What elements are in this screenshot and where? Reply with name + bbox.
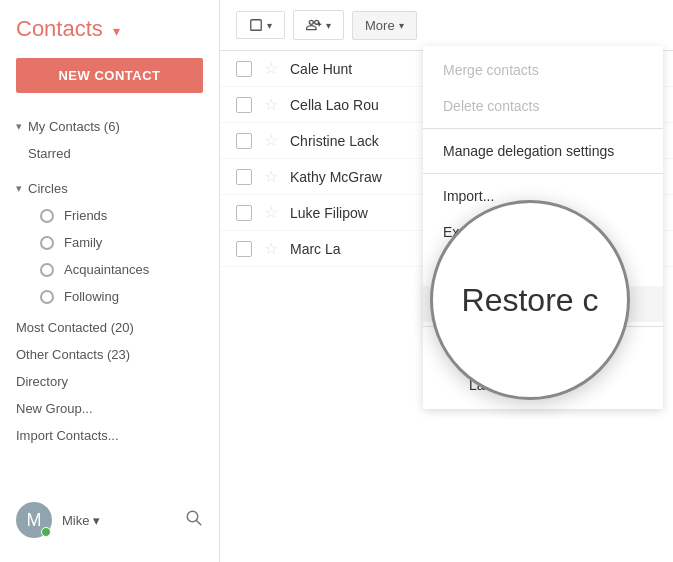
contact-checkbox-0[interactable] — [236, 61, 252, 77]
checkbox-dropdown-arrow: ▾ — [267, 20, 272, 31]
sidebar-item-starred[interactable]: Starred — [0, 140, 219, 167]
sidebar-item-friends[interactable]: Friends — [0, 202, 219, 229]
sidebar: Contacts ▾ NEW CONTACT ▾ My Contacts (6)… — [0, 0, 220, 562]
my-contacts-arrow-icon: ▾ — [16, 120, 22, 133]
family-circle-icon — [40, 236, 54, 250]
magnify-overlay: Restore c — [430, 200, 630, 400]
contact-checkbox-4[interactable] — [236, 205, 252, 221]
magnify-text: Restore c — [462, 282, 599, 319]
sidebar-item-acquaintances[interactable]: Acquaintances — [0, 256, 219, 283]
starred-label: Starred — [28, 146, 71, 161]
contact-star-3[interactable]: ☆ — [264, 167, 278, 186]
toolbar: ▾ ▾ More ▾ — [220, 0, 673, 51]
sidebar-my-contacts-section: ▾ My Contacts (6) Starred — [0, 109, 219, 171]
import-label: Import... — [443, 188, 494, 204]
sidebar-item-most-contacted[interactable]: Most Contacted (20) — [0, 314, 219, 341]
friends-circle-icon — [40, 209, 54, 223]
sidebar-item-new-group[interactable]: New Group... — [0, 395, 219, 422]
circles-label: Circles — [28, 181, 68, 196]
other-contacts-label: Other Contacts (23) — [16, 347, 130, 362]
contacts-title-text: Contacts — [16, 16, 103, 41]
user-row: M Mike ▾ — [16, 502, 203, 538]
new-contact-button[interactable]: NEW CONTACT — [16, 58, 203, 93]
my-contacts-label: My Contacts (6) — [28, 119, 120, 134]
dropdown-item-delegation[interactable]: Manage delegation settings — [423, 133, 663, 169]
more-button[interactable]: More ▾ — [352, 11, 417, 40]
sidebar-item-my-contacts[interactable]: ▾ My Contacts (6) — [0, 113, 219, 140]
contact-checkbox-1[interactable] — [236, 97, 252, 113]
sidebar-item-directory[interactable]: Directory — [0, 368, 219, 395]
avatar-status-indicator — [41, 527, 51, 537]
new-group-label: New Group... — [16, 401, 93, 416]
contact-checkbox-3[interactable] — [236, 169, 252, 185]
more-arrow: ▾ — [399, 20, 404, 31]
dropdown-item-delete-contacts: Delete contacts — [423, 88, 663, 124]
contact-star-5[interactable]: ☆ — [264, 239, 278, 258]
following-label: Following — [64, 289, 119, 304]
contact-star-2[interactable]: ☆ — [264, 131, 278, 150]
following-circle-icon — [40, 290, 54, 304]
friends-label: Friends — [64, 208, 107, 223]
dropdown-divider-2 — [423, 173, 663, 174]
avatar-name[interactable]: Mike ▾ — [62, 513, 100, 528]
svg-rect-2 — [251, 20, 262, 31]
search-button[interactable] — [185, 509, 203, 531]
avatar-name-text: Mike — [62, 513, 89, 528]
sidebar-header: Contacts ▾ — [0, 16, 219, 58]
sidebar-item-circles[interactable]: ▾ Circles — [0, 175, 219, 202]
dropdown-item-merge-contacts: Merge contacts — [423, 52, 663, 88]
add-person-button[interactable]: ▾ — [293, 10, 344, 40]
contact-star-1[interactable]: ☆ — [264, 95, 278, 114]
delegation-label: Manage delegation settings — [443, 143, 614, 159]
acquaintances-circle-icon — [40, 263, 54, 277]
acquaintances-label: Acquaintances — [64, 262, 149, 277]
family-label: Family — [64, 235, 102, 250]
most-contacted-label: Most Contacted (20) — [16, 320, 134, 335]
avatar[interactable]: M — [16, 502, 52, 538]
sidebar-item-following[interactable]: Following — [0, 283, 219, 310]
contact-checkbox-2[interactable] — [236, 133, 252, 149]
contact-checkbox-5[interactable] — [236, 241, 252, 257]
sidebar-bottom: M Mike ▾ — [0, 494, 219, 546]
sidebar-item-family[interactable]: Family — [0, 229, 219, 256]
sidebar-item-other-contacts[interactable]: Other Contacts (23) — [0, 341, 219, 368]
sidebar-item-import-contacts[interactable]: Import Contacts... — [0, 422, 219, 449]
checkbox-dropdown-button[interactable]: ▾ — [236, 11, 285, 39]
circles-arrow-icon: ▾ — [16, 182, 22, 195]
dropdown-divider-1 — [423, 128, 663, 129]
contacts-title[interactable]: Contacts ▾ — [16, 16, 120, 42]
import-contacts-label: Import Contacts... — [16, 428, 119, 443]
delete-contacts-label: Delete contacts — [443, 98, 540, 114]
merge-contacts-label: Merge contacts — [443, 62, 539, 78]
avatar-dropdown-arrow: ▾ — [93, 513, 100, 528]
more-button-label: More — [365, 18, 395, 33]
main-content: ▾ ▾ More ▾ ☆ Cale Hunt na — [220, 0, 673, 562]
avatar-initial: M — [27, 510, 42, 531]
contacts-dropdown-arrow[interactable]: ▾ — [113, 23, 120, 39]
directory-label: Directory — [16, 374, 68, 389]
sidebar-circles-section: ▾ Circles Friends Family Acquaintances F… — [0, 171, 219, 314]
contact-star-4[interactable]: ☆ — [264, 203, 278, 222]
svg-line-1 — [196, 520, 201, 525]
contact-star-0[interactable]: ☆ — [264, 59, 278, 78]
add-person-arrow: ▾ — [326, 20, 331, 31]
